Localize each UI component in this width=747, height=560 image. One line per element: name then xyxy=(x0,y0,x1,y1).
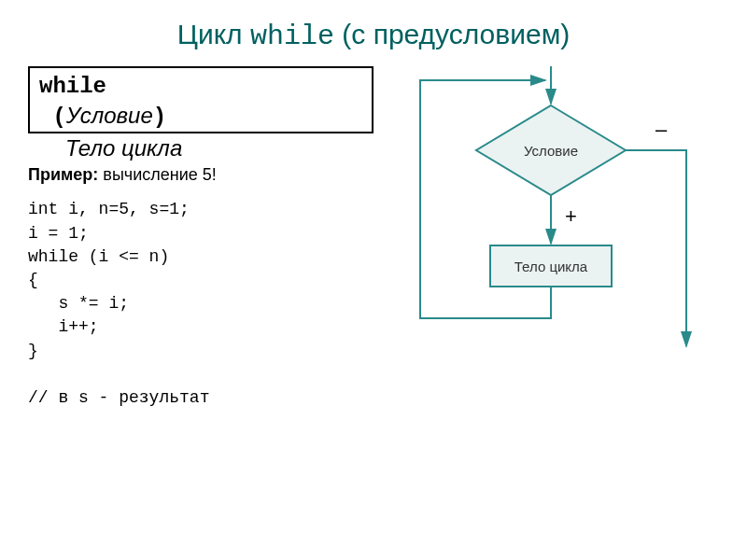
example-label-rest: вычисление 5! xyxy=(98,165,216,184)
syntax-box: while (Условие) xyxy=(28,66,374,133)
flowchart-svg: Условие + Тело цикла – xyxy=(392,66,728,365)
title-prefix: Цикл xyxy=(177,19,250,49)
syntax-keyword: while xyxy=(39,74,106,99)
syntax-condition: Условие xyxy=(66,103,153,128)
true-label: + xyxy=(565,204,577,228)
syntax-body: Тело цикла xyxy=(28,135,374,161)
example-label-bold: Пример: xyxy=(28,165,98,184)
example-label: Пример: вычисление 5! xyxy=(28,165,374,185)
decision-text: Условие xyxy=(524,143,578,159)
paren-close: ) xyxy=(153,105,166,130)
flowchart: Условие + Тело цикла – xyxy=(392,66,728,410)
paren-open: ( xyxy=(52,105,65,130)
title-keyword: while xyxy=(250,21,334,52)
title-suffix: (с предусловием) xyxy=(334,19,570,49)
left-column: while (Условие) Тело цикла Пример: вычис… xyxy=(28,66,374,410)
false-exit-line xyxy=(626,150,686,346)
content-row: while (Условие) Тело цикла Пример: вычис… xyxy=(28,66,719,410)
page-title: Цикл while (с предусловием) xyxy=(28,19,719,52)
process-text: Тело цикла xyxy=(514,259,588,274)
false-label: – xyxy=(655,118,668,141)
code-block: int i, n=5, s=1; i = 1; while (i <= n) {… xyxy=(28,198,374,410)
